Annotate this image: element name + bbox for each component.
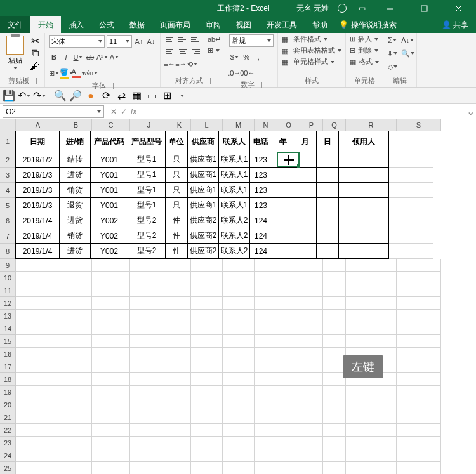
cell-B20[interactable] — [60, 398, 92, 411]
cell-R11[interactable] — [346, 284, 397, 297]
cell-O19[interactable] — [277, 386, 300, 398]
cell-L13[interactable] — [191, 310, 223, 322]
col-header-Q[interactable]: Q — [323, 119, 346, 131]
cell-C10[interactable] — [92, 272, 130, 284]
cell-P5[interactable] — [294, 197, 317, 213]
shrink-font-button[interactable]: A↓ — [146, 36, 156, 47]
cell-M1[interactable]: 联系人 — [218, 131, 250, 152]
cell-P1[interactable]: 月 — [294, 131, 317, 152]
cell-A12[interactable] — [16, 297, 60, 310]
qat-btn-1[interactable]: 🔍 — [55, 91, 65, 101]
cell-L11[interactable] — [191, 284, 223, 297]
cell-M5[interactable]: 联系人1 — [218, 197, 250, 213]
cell-K24[interactable] — [168, 449, 191, 462]
cell-K10[interactable] — [168, 272, 191, 284]
cell-A17[interactable] — [16, 360, 60, 373]
cell-L10[interactable] — [191, 272, 223, 284]
cell-O3[interactable] — [272, 167, 294, 183]
cell-J14[interactable] — [130, 322, 168, 335]
cell-A19[interactable] — [16, 386, 60, 398]
tab-data[interactable]: 数据 — [122, 16, 152, 33]
tab-formulas[interactable]: 公式 — [91, 16, 122, 33]
font-name-select[interactable]: 宋体 — [49, 35, 105, 48]
cell-N17[interactable] — [255, 360, 277, 373]
cell-S8[interactable] — [389, 244, 433, 259]
cell-R24[interactable] — [346, 449, 397, 462]
cell-M25[interactable] — [223, 462, 255, 474]
cell-Q7[interactable] — [316, 228, 339, 244]
cell-J9[interactable] — [130, 259, 168, 272]
cell-S3[interactable] — [389, 168, 433, 183]
user-name[interactable]: 无名 无姓 — [296, 3, 329, 14]
cell-P9[interactable] — [300, 259, 323, 272]
cell-S24[interactable] — [397, 449, 441, 462]
cell-C1[interactable]: 产品代码 — [90, 131, 128, 152]
cell-L14[interactable] — [191, 322, 223, 335]
cell-B15[interactable] — [60, 335, 92, 348]
cell-K11[interactable] — [168, 284, 191, 297]
cell-S18[interactable] — [397, 373, 441, 386]
row-header-14[interactable]: 14 — [0, 322, 16, 335]
cell-K17[interactable] — [168, 360, 191, 373]
cell-C2[interactable]: Y001 — [90, 152, 128, 168]
close-button[interactable] — [446, 0, 471, 16]
cell-J5[interactable]: 型号1 — [128, 197, 166, 213]
cell-N11[interactable] — [255, 284, 277, 297]
tab-layout[interactable]: 页面布局 — [152, 16, 198, 33]
phonetic-button[interactable]: A — [109, 51, 119, 63]
cell-M8[interactable]: 联系人2 — [218, 243, 250, 259]
user-avatar[interactable] — [338, 4, 347, 13]
row-header-6[interactable]: 6 — [0, 213, 16, 228]
cell-A5[interactable]: 2019/1/3 — [15, 197, 60, 213]
qat-btn-8[interactable]: ⊞ — [162, 91, 172, 101]
cell-K6[interactable]: 件 — [165, 213, 188, 228]
cell-P4[interactable] — [294, 182, 317, 198]
cell-J6[interactable]: 型号2 — [128, 213, 166, 228]
cell-B17[interactable] — [60, 360, 92, 373]
cell-K23[interactable] — [168, 437, 191, 449]
cell-A20[interactable] — [16, 398, 60, 411]
cell-K9[interactable] — [168, 259, 191, 272]
cell-styles-button[interactable]: ▦单元格样式 — [282, 57, 341, 67]
tab-view[interactable]: 视图 — [228, 16, 259, 33]
cell-J11[interactable] — [130, 284, 168, 297]
tab-home[interactable]: 开始 — [30, 16, 61, 33]
cell-Q6[interactable] — [316, 213, 339, 228]
cell-N21[interactable] — [255, 411, 277, 424]
row-header-17[interactable]: 17 — [0, 360, 16, 373]
font-size-select[interactable]: 11 — [107, 35, 132, 48]
cell-A15[interactable] — [16, 335, 60, 348]
qat-btn-5[interactable]: ⇄ — [116, 91, 126, 101]
cell-M11[interactable] — [223, 284, 255, 297]
cell-O15[interactable] — [277, 335, 300, 348]
delete-cells-button[interactable]: ⊟删除 — [350, 46, 379, 55]
cell-A14[interactable] — [16, 322, 60, 335]
cell-C18[interactable] — [92, 373, 130, 386]
strikethrough-button[interactable]: ab — [85, 51, 95, 63]
row-header-10[interactable]: 10 — [0, 272, 16, 284]
cell-A13[interactable] — [16, 310, 60, 322]
cell-O16[interactable] — [277, 348, 300, 360]
cell-S13[interactable] — [397, 310, 441, 322]
cell-A1[interactable]: 日期 — [15, 131, 60, 152]
cell-M4[interactable]: 联系人1 — [218, 182, 250, 198]
cell-N6[interactable]: 124 — [249, 213, 272, 228]
cell-M20[interactable] — [223, 398, 255, 411]
cell-C7[interactable]: Y002 — [90, 228, 128, 244]
expand-formula-icon[interactable]: ⌄ — [465, 105, 476, 117]
cell-A11[interactable] — [16, 284, 60, 297]
cell-O5[interactable] — [272, 197, 294, 213]
cell-M23[interactable] — [223, 437, 255, 449]
cell-C3[interactable]: Y001 — [90, 167, 128, 183]
cell-P14[interactable] — [300, 322, 323, 335]
cell-O4[interactable] — [272, 182, 294, 198]
cell-P24[interactable] — [300, 449, 323, 462]
cell-C11[interactable] — [92, 284, 130, 297]
cell-L6[interactable]: 供应商2 — [187, 213, 219, 228]
cell-A23[interactable] — [16, 437, 60, 449]
cell-J13[interactable] — [130, 310, 168, 322]
font-launcher[interactable] — [107, 83, 114, 89]
row-header-19[interactable]: 19 — [0, 386, 16, 398]
cell-A18[interactable] — [16, 373, 60, 386]
cell-N14[interactable] — [255, 322, 277, 335]
